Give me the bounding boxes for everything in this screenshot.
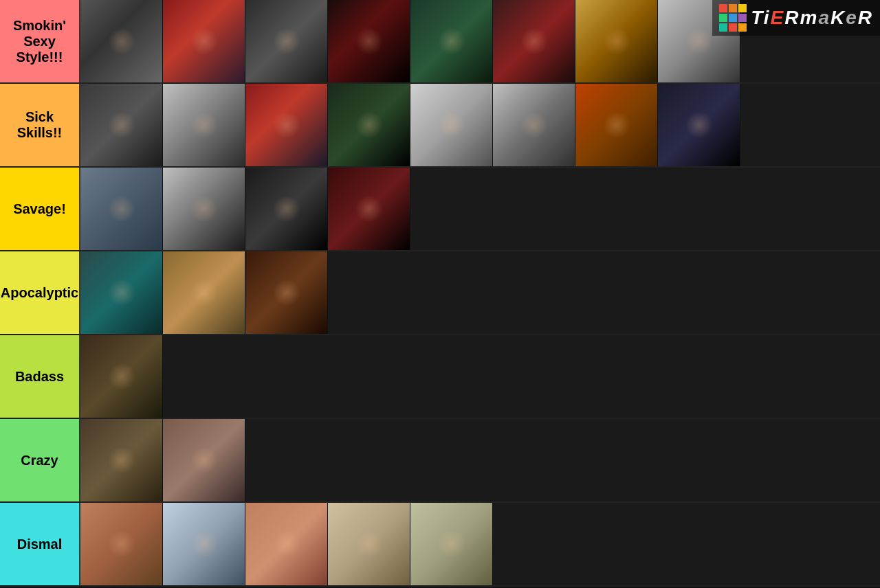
logo-grid [719,4,747,32]
tier-content-sick[interactable] [79,84,880,166]
character-face-overlay [108,363,135,390]
tier-card-savage-3[interactable] [328,168,410,250]
character-face-overlay [438,530,465,558]
tier-row-apoc: Apocalyptic [0,251,880,335]
tier-card-smokin-0[interactable] [80,0,163,82]
character-face-overlay [108,27,135,55]
tier-label-badass: Badass [0,335,79,418]
tier-row-savage: Savage! [0,168,880,251]
character-face-overlay [355,27,383,55]
logo-cell [729,14,737,22]
tier-card-smokin-2[interactable] [245,0,328,82]
tier-label-apoc: Apocalyptic [0,251,79,334]
tier-card-dismal-0[interactable] [80,503,163,585]
logo-cell [738,4,747,12]
tier-card-crazy-1[interactable] [163,419,245,501]
tier-card-sick-5[interactable] [493,84,575,166]
tier-card-apoc-2[interactable] [245,251,328,334]
character-face-overlay [603,111,630,139]
character-face-overlay [273,279,300,306]
character-face-overlay [190,27,218,55]
logo-cell [719,4,727,12]
character-face-overlay [355,530,383,558]
tier-label-dismal: Dismal [0,503,79,585]
character-face-overlay [190,111,218,139]
tier-content-dismal[interactable] [79,503,880,585]
tier-card-savage-1[interactable] [163,168,245,250]
tier-card-dismal-2[interactable] [245,503,328,585]
logo-area: TiERmaKeR [712,0,880,36]
logo-cell [738,23,747,32]
character-face-overlay [685,111,713,139]
character-face-overlay [190,195,218,223]
character-face-overlay [355,111,383,139]
tier-card-dismal-4[interactable] [410,503,493,585]
tier-card-sick-6[interactable] [575,84,658,166]
character-face-overlay [438,27,465,55]
character-face-overlay [108,195,135,223]
tier-card-crazy-0[interactable] [80,419,163,501]
character-face-overlay [273,111,300,139]
character-face-overlay [520,111,548,139]
tier-card-sick-0[interactable] [80,84,163,166]
tier-card-sick-4[interactable] [410,84,493,166]
tier-content-crazy[interactable] [79,419,880,501]
character-face-overlay [273,530,300,558]
tier-card-sick-3[interactable] [328,84,410,166]
tier-list-container: TiERmaKeR Smokin' Sexy Style!!!Sick Skil… [0,0,880,587]
tier-card-badass-0[interactable] [80,335,163,418]
tier-content-savage[interactable] [79,168,880,250]
tier-card-savage-0[interactable] [80,168,163,250]
character-face-overlay [438,111,465,139]
tier-card-sick-2[interactable] [245,84,328,166]
character-face-overlay [190,279,218,306]
tier-card-smokin-4[interactable] [410,0,493,82]
tier-card-dismal-1[interactable] [163,503,245,585]
tier-label-savage: Savage! [0,168,79,250]
tier-row-dismal: Dismal [0,503,880,587]
tier-row-badass: Badass [0,335,880,419]
tier-card-smokin-3[interactable] [328,0,410,82]
character-face-overlay [190,446,218,474]
tier-content-badass[interactable] [79,335,880,418]
logo-cell [738,14,747,22]
logo-cell [719,23,727,32]
tier-card-dismal-3[interactable] [328,503,410,585]
character-face-overlay [108,111,135,139]
logo-cell [719,14,727,22]
character-face-overlay [603,27,630,55]
tier-card-sick-7[interactable] [658,84,740,166]
tier-card-apoc-1[interactable] [163,251,245,334]
tier-card-apoc-0[interactable] [80,251,163,334]
logo-cell [729,23,737,32]
tier-label-crazy: Crazy [0,419,79,501]
character-face-overlay [108,530,135,558]
tier-card-sick-1[interactable] [163,84,245,166]
tier-content-apoc[interactable] [79,251,880,334]
character-face-overlay [273,195,300,223]
character-face-overlay [685,27,713,55]
character-face-overlay [273,27,300,55]
tier-card-smokin-1[interactable] [163,0,245,82]
tier-card-smokin-6[interactable] [575,0,658,82]
character-face-overlay [190,530,218,558]
character-face-overlay [520,27,548,55]
character-face-overlay [108,279,135,306]
tier-label-smokin: Smokin' Sexy Style!!! [0,0,79,82]
character-face-overlay [355,195,383,223]
tier-row-sick: Sick Skills!! [0,84,880,168]
tier-label-sick: Sick Skills!! [0,84,79,166]
logo-text: TiERmaKeR [751,7,873,29]
tier-card-savage-2[interactable] [245,168,328,250]
tier-card-smokin-5[interactable] [493,0,575,82]
logo-cell [729,4,737,12]
tier-row-crazy: Crazy [0,419,880,503]
tier-list: Smokin' Sexy Style!!!Sick Skills!!Savage… [0,0,880,587]
character-face-overlay [108,446,135,474]
